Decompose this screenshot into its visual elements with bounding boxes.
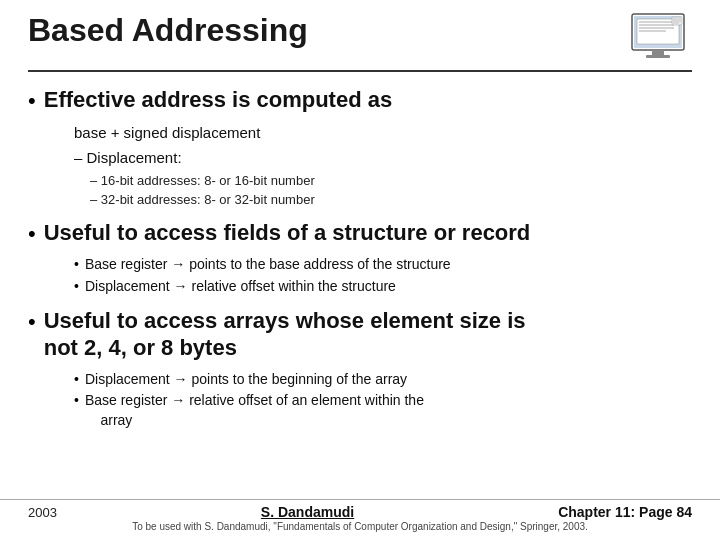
bullet-2-sub-2: • Displacement → relative offset within … (74, 277, 692, 297)
bullet-3-line1: Useful to access arrays whose element si… (44, 307, 526, 335)
slide-content: • Effective address is computed as base … (28, 82, 692, 444)
slide-header: Based Addressing (28, 12, 692, 72)
footer-chapter: Chapter 11: Page 84 (558, 504, 692, 520)
small-dot-2: • (74, 278, 79, 294)
bullet-2-sub-2-text: Displacement → relative offset within th… (85, 277, 396, 297)
bullet-3-sub-1: • Displacement → points to the beginning… (74, 370, 692, 390)
dash-item-1: – 16-bit addresses: 8- or 16-bit number (90, 172, 692, 190)
bullet-2-main: • Useful to access fields of a structure… (28, 219, 692, 247)
section-1: • Effective address is computed as base … (28, 86, 692, 209)
bullet-2-sub-1-text: Base register → points to the base addre… (85, 255, 451, 275)
bullet-3-line2: not 2, 4, or 8 bytes (44, 334, 526, 362)
small-dot-1: • (74, 256, 79, 272)
bullet-1-text: Effective address is computed as (44, 86, 392, 114)
bullet-1-dashes: – 16-bit addresses: 8- or 16-bit number … (90, 172, 692, 209)
bullet-3-sub-2: • Base register → relative offset of an … (74, 391, 692, 430)
bullet-3-text-block: Useful to access arrays whose element si… (44, 307, 526, 362)
bullet-3-subs: • Displacement → points to the beginning… (74, 370, 692, 431)
bullet-1-sub2: – Displacement: (74, 147, 692, 168)
bullet-2-dot: • (28, 221, 36, 247)
bullet-3-dot: • (28, 309, 36, 335)
slide-title: Based Addressing (28, 12, 308, 49)
svg-rect-8 (646, 55, 670, 58)
bullet-1-main: • Effective address is computed as (28, 86, 692, 114)
bullet-3-main: • Useful to access arrays whose element … (28, 307, 692, 362)
bullet-2-subs: • Base register → points to the base add… (74, 255, 692, 296)
dash-item-2: – 32-bit addresses: 8- or 32-bit number (90, 191, 692, 209)
slide: Based Addressing (0, 0, 720, 540)
footer-top-row: 2003 S. Dandamudi Chapter 11: Page 84 (28, 504, 692, 520)
computer-icon (624, 12, 692, 64)
footer-year: 2003 (28, 505, 57, 520)
bullet-3-sub-2-text: Base register → relative offset of an el… (85, 391, 424, 430)
bullet-1-sub1: base + signed displacement (74, 122, 692, 143)
small-dot-4: • (74, 392, 79, 408)
slide-footer: 2003 S. Dandamudi Chapter 11: Page 84 To… (0, 499, 720, 532)
section-2: • Useful to access fields of a structure… (28, 219, 692, 296)
footer-author: S. Dandamudi (57, 504, 558, 520)
footer-note: To be used with S. Dandamudi, "Fundament… (28, 521, 692, 532)
small-dot-3: • (74, 371, 79, 387)
bullet-3-sub-1-text: Displacement → points to the beginning o… (85, 370, 407, 390)
bullet-1-dot: • (28, 88, 36, 114)
section-3: • Useful to access arrays whose element … (28, 307, 692, 431)
bullet-2-sub-1: • Base register → points to the base add… (74, 255, 692, 275)
svg-rect-7 (652, 50, 664, 55)
bullet-2-text: Useful to access fields of a structure o… (44, 219, 531, 247)
